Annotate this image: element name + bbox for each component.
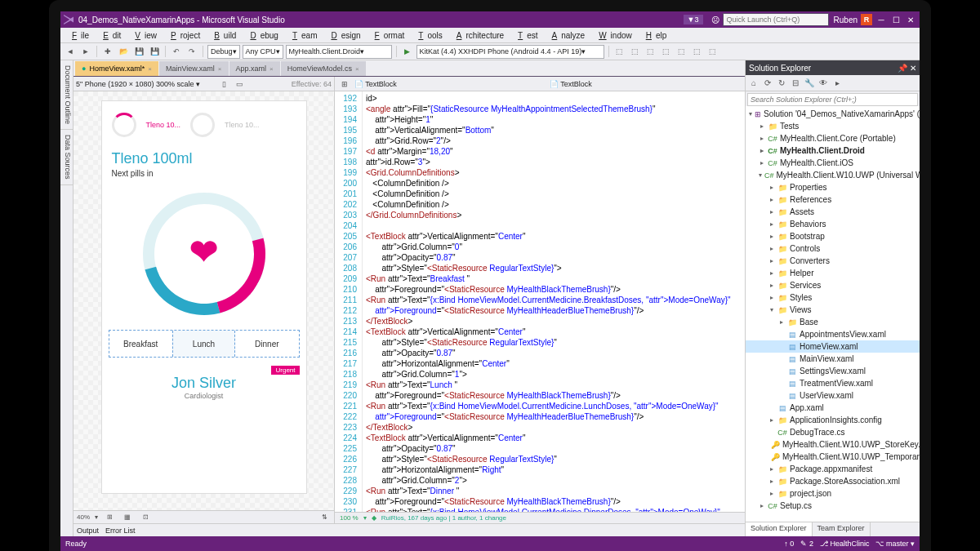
tree-node[interactable]: ▾⊞Solution '04_Demos_NativeXamarinApps' … [746, 108, 920, 120]
tree-node[interactable]: ▸📁Package.StoreAssociation.xml [746, 475, 920, 487]
tree-node[interactable]: ▤HomeView.xaml [746, 340, 920, 353]
menu-architecture[interactable]: Architecture [448, 29, 508, 42]
solution-tree[interactable]: ▾⊞Solution '04_Demos_NativeXamarinApps' … [746, 106, 920, 522]
tree-node[interactable]: ▸📁Behaviors [746, 218, 920, 230]
menu-debug[interactable]: Debug [242, 29, 282, 42]
platform-combo[interactable]: Any CPU ▾ [243, 45, 283, 59]
start-debug-button[interactable]: ▶ [401, 45, 414, 58]
tree-node[interactable]: ▸C#MyHealth.Client.Droid [746, 144, 920, 157]
tree-node[interactable]: ▸📁ApplicationInsights.config [746, 414, 920, 426]
tb-icon[interactable]: ⬚ [675, 45, 688, 58]
tree-node[interactable]: ▤TreatmentView.xaml [746, 377, 920, 389]
tree-node[interactable]: ▸C#MyHealth.Client.Core (Portable) [746, 132, 920, 144]
device-preview-combo[interactable]: 5" Phone (1920 × 1080) 300% scale ▾ [76, 80, 215, 88]
doctab[interactable]: HomeViewModel.cs× [281, 61, 366, 76]
tree-node[interactable]: ▤MainView.xaml [746, 353, 920, 365]
sync-icon[interactable]: ⟳ [761, 77, 774, 90]
solution-search-input[interactable] [747, 93, 918, 106]
orientation-portrait-icon[interactable]: ▯ [217, 78, 230, 91]
tb-icon[interactable]: ⬚ [613, 45, 626, 58]
menu-test[interactable]: Test [510, 29, 541, 42]
open-button[interactable]: 📂 [117, 45, 130, 58]
config-combo[interactable]: Debug ▾ [207, 45, 240, 59]
git-repo[interactable]: ⎇ HealthClinic [820, 540, 870, 548]
save-all-button[interactable]: 💾 [148, 45, 161, 58]
tb-icon[interactable]: ⬚ [706, 45, 719, 58]
show-all-icon[interactable]: 👁 [817, 77, 830, 90]
collapse-icon[interactable]: ⊟ [789, 77, 802, 90]
code-body[interactable]: 192 193 194 195 196 197 198 199 200 201 … [335, 91, 745, 512]
solution-tab[interactable]: Solution Explorer [746, 522, 813, 536]
tree-node[interactable]: ▤App.xaml [746, 402, 920, 414]
tb-icon[interactable]: ⬚ [629, 45, 642, 58]
menu-window[interactable]: Window [590, 29, 636, 42]
tree-node[interactable]: 🔑MyHealth.Client.W10.UWP_TemporaryKey.pf… [746, 451, 920, 463]
tree-node[interactable]: ▸📁References [746, 193, 920, 206]
tree-node[interactable]: ▸📁Tests [746, 120, 920, 132]
bottom-tab-output[interactable]: Output [77, 527, 99, 535]
menu-build[interactable]: Build [206, 29, 240, 42]
properties-icon[interactable]: 🔧 [803, 77, 816, 90]
doctab[interactable]: MainView.xaml× [159, 61, 229, 76]
tree-node[interactable]: ▸📁Package.appxmanifest [746, 463, 920, 475]
nav-forward-button[interactable]: ► [79, 45, 92, 58]
undo-button[interactable]: ↶ [170, 45, 183, 58]
tree-node[interactable]: ▸📁Bootstrap [746, 230, 920, 242]
new-button[interactable]: ✚ [101, 45, 114, 58]
feedback-icon[interactable]: ☹ [711, 16, 719, 24]
menu-analyze[interactable]: Analyze [544, 29, 590, 42]
tree-node[interactable]: ▾📁Views [746, 304, 920, 316]
tree-node[interactable]: ▸📁project.json [746, 487, 920, 500]
menu-project[interactable]: Project [163, 29, 204, 42]
designer-zoom[interactable]: 40% [77, 513, 90, 521]
tree-node[interactable]: ▸C#Setup.cs [746, 500, 920, 512]
tree-node[interactable]: ▸📁Helper [746, 267, 920, 279]
preview-icon[interactable]: ▸ [831, 77, 844, 90]
close-panel-icon[interactable]: ✕ [910, 64, 916, 73]
blame-text[interactable]: RuiRios, 167 days ago | 1 author, 1 chan… [381, 514, 506, 522]
save-button[interactable]: 💾 [132, 45, 145, 58]
tree-node[interactable]: ▸C#MyHealth.Client.iOS [746, 157, 920, 169]
pin-icon[interactable]: 📌 [898, 64, 907, 73]
menu-edit[interactable]: Edit [95, 29, 125, 42]
design-canvas[interactable]: Tleno 10... Tleno 10... Tleno 100ml Next… [74, 91, 334, 510]
split-toggle-icon[interactable]: ⇅ [318, 511, 331, 524]
git-branch[interactable]: ⌥ master ▾ [875, 540, 915, 548]
doctab[interactable]: ●HomeView.xaml*× [75, 61, 158, 76]
solution-tab[interactable]: Team Explorer [813, 522, 871, 536]
menu-format[interactable]: Format [367, 29, 409, 42]
tree-node[interactable]: ▸📁Converters [746, 255, 920, 267]
nav-back-button[interactable]: ◄ [64, 45, 77, 58]
minimize-button[interactable]: ─ [875, 14, 887, 25]
menu-team[interactable]: Team [284, 29, 322, 42]
git-up[interactable]: ↑ 0 [784, 540, 794, 548]
tree-node[interactable]: ▾C#MyHealth.Client.W10.UWP (Universal Wi… [746, 169, 920, 181]
git-down[interactable]: ✎ 2 [800, 540, 813, 548]
tree-node[interactable]: ▸📁Services [746, 279, 920, 291]
user-name[interactable]: Ruben [834, 16, 858, 24]
tb-icon[interactable]: ⬚ [691, 45, 704, 58]
tree-node[interactable]: C#DebugTrace.cs [746, 426, 920, 438]
bottom-tab-error-list[interactable]: Error List [105, 527, 136, 535]
element-combo-right[interactable]: 📄 TextBlock [550, 80, 742, 88]
tree-node[interactable]: 🔑MyHealth.Client.W10.UWP_StoreKey.pfx [746, 438, 920, 451]
maximize-button[interactable]: ☐ [890, 14, 902, 25]
data-sources-tab[interactable]: Data Sources [60, 130, 73, 185]
document-outline-tab[interactable]: Document Outline [60, 60, 73, 130]
tree-node[interactable]: ▸📁Assets [746, 206, 920, 218]
close-button[interactable]: ✕ [905, 14, 916, 25]
nav-icon[interactable]: ⊞ [338, 78, 351, 91]
refresh-icon[interactable]: ↻ [775, 77, 788, 90]
meals-grid-selection[interactable]: Breakfast Lunch Dinner [109, 330, 300, 358]
code-text[interactable]: id> <angle attr">Fill="{StaticResource M… [363, 91, 745, 512]
grid-icon[interactable]: ▦ [121, 511, 134, 524]
fit-icon[interactable]: ⊞ [103, 511, 116, 524]
menu-tools[interactable]: Tools [410, 29, 446, 42]
menu-design[interactable]: Design [323, 29, 364, 42]
device-combo[interactable]: KitKat (4.4) XXHDPI Phone (Android 4.4 -… [416, 45, 604, 59]
menu-file[interactable]: File [64, 29, 93, 42]
tree-node[interactable]: ▸📁Properties [746, 181, 920, 193]
user-avatar[interactable]: R [861, 14, 872, 25]
doctab[interactable]: App.xaml× [229, 61, 280, 76]
orientation-landscape-icon[interactable]: ▭ [233, 78, 246, 91]
